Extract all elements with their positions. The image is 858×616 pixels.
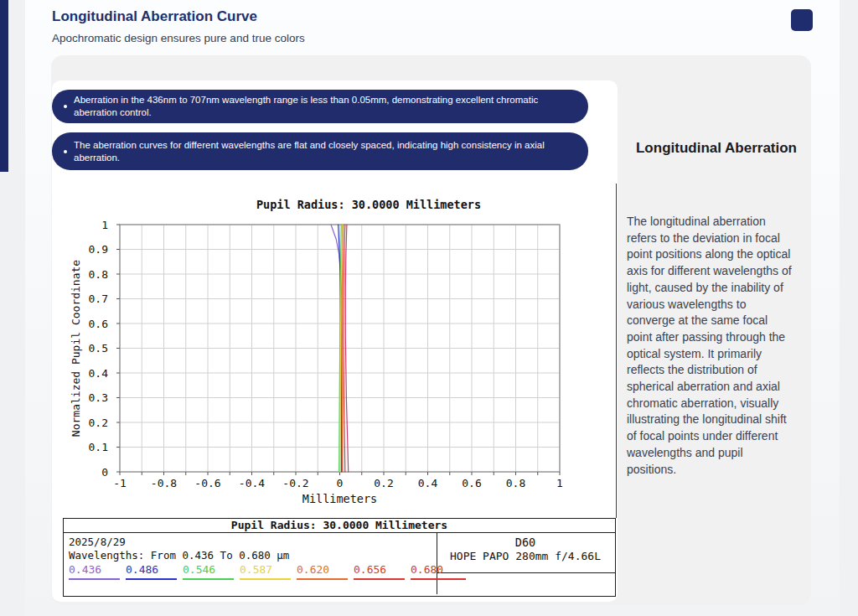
side-panel-heading: Longitudinal Aberration (622, 140, 811, 157)
lens-name: HOPE PAPO 280mm f/4.66L (437, 550, 614, 562)
table-header: Pupil Radius: 30.0000 Millimeters (64, 519, 615, 533)
wavelength-legend: 0.4360.4860.5460.5870.6200.6560.680 (69, 563, 468, 580)
callout-chromatic-control: Aberration in the 436nm to 707nm wavelen… (52, 90, 588, 123)
right-margin-strip (840, 0, 858, 616)
callout-flat-curves: The aberration curves for different wave… (52, 132, 588, 170)
svg-text:-0.8: -0.8 (151, 477, 177, 489)
page-title: Longitudinal Aberration Curve (52, 8, 257, 25)
wavelength-underline (183, 578, 234, 580)
wavelength-underline (411, 578, 466, 580)
wavelength-underline (69, 578, 120, 580)
wavelength-underline (297, 578, 348, 580)
svg-text:0.4: 0.4 (418, 477, 438, 489)
svg-text:1: 1 (556, 477, 563, 489)
svg-text:-0.4: -0.4 (239, 477, 265, 489)
svg-text:Millimeters: Millimeters (302, 492, 377, 505)
svg-text:0: 0 (101, 466, 108, 479)
svg-text:0.8: 0.8 (506, 477, 525, 489)
left-accent-bar (0, 0, 8, 172)
aberration-chart: -1-0.8-0.6-0.4-0.200.20.40.60.8110.90.80… (63, 186, 616, 518)
svg-text:Pupil Radius: 30.0000 Millimet: Pupil Radius: 30.0000 Millimeters (256, 198, 481, 211)
svg-text:0.4: 0.4 (89, 367, 109, 380)
svg-text:Normalized Pupil Coordinate: Normalized Pupil Coordinate (70, 260, 82, 437)
bullet-icon (64, 105, 67, 108)
table-date: 2025/8/29 (69, 536, 126, 548)
svg-text:0: 0 (337, 477, 344, 489)
aberration-chart-svg: -1-0.8-0.6-0.4-0.200.20.40.60.8110.90.80… (63, 186, 616, 518)
wavelength-underline (240, 578, 291, 580)
table-body: 2025/8/29 Wavelengths: From 0.436 To 0.6… (64, 533, 615, 594)
vertical-divider (616, 184, 617, 518)
svg-text:0.5: 0.5 (89, 342, 108, 355)
side-panel-description: The longitudinal aberration refers to th… (627, 214, 794, 478)
svg-text:0.3: 0.3 (89, 391, 108, 404)
svg-text:0.2: 0.2 (89, 417, 108, 429)
svg-text:-0.6: -0.6 (194, 477, 220, 489)
svg-text:0.6: 0.6 (462, 477, 481, 489)
svg-text:0.9: 0.9 (89, 243, 108, 256)
lens-info-table: Pupil Radius: 30.0000 Millimeters 2025/8… (63, 518, 616, 597)
bullet-icon (64, 150, 67, 153)
wavelength-item: 0.587 (240, 563, 297, 580)
svg-text:-0.2: -0.2 (282, 477, 308, 489)
svg-text:0.1: 0.1 (89, 441, 108, 453)
svg-text:-1: -1 (113, 477, 127, 489)
wavelength-range: Wavelengths: From 0.436 To 0.680 μm (69, 549, 289, 562)
wavelength-item: 0.620 (297, 563, 354, 580)
svg-text:0.8: 0.8 (89, 268, 108, 281)
svg-text:0.7: 0.7 (89, 292, 108, 305)
callout-text: The aberration curves for different wave… (74, 139, 588, 164)
svg-text:1: 1 (101, 219, 108, 231)
svg-text:0.6: 0.6 (89, 318, 108, 330)
wavelength-underline (126, 578, 177, 580)
wavelength-item: 0.436 (69, 563, 126, 580)
page-subtitle: Apochromatic design ensures pure and tru… (52, 32, 305, 44)
wavelength-item: 0.486 (126, 563, 183, 580)
svg-text:0.2: 0.2 (374, 477, 393, 489)
wavelength-underline (354, 578, 405, 580)
callout-text: Aberration in the 436nm to 707nm wavelen… (74, 94, 588, 119)
wavelength-item: 0.656 (354, 563, 411, 580)
wavelength-item: 0.546 (183, 563, 240, 580)
wavelength-item: 0.680 (411, 563, 468, 580)
brand-square-icon (791, 9, 813, 31)
model-name: D60 (437, 536, 614, 549)
